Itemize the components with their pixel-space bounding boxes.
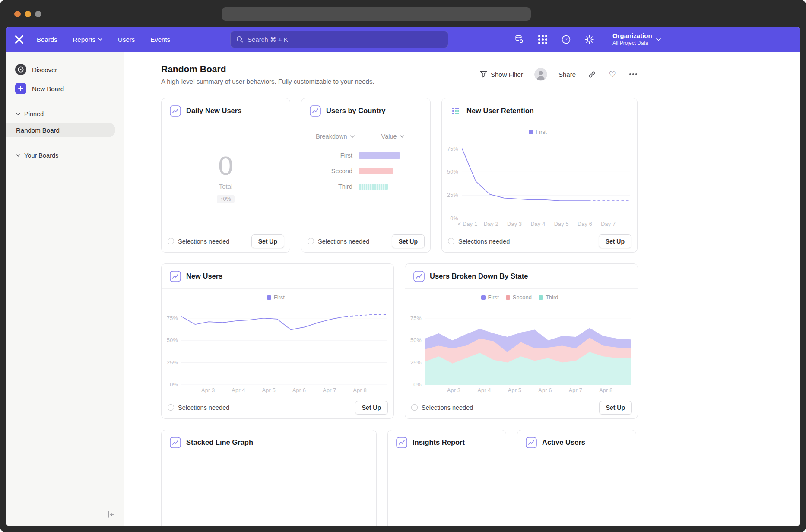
sidebar-item-discover[interactable]: Discover [6,62,124,77]
nav-item-users[interactable]: Users [118,36,135,43]
bar [359,184,388,190]
nav-item-events[interactable]: Events [150,36,170,43]
set-up-button[interactable]: Set Up [251,234,284,248]
favorite-heart-icon[interactable]: ♡ [608,70,617,79]
board-content: Random Board A high-level summary of use… [124,52,800,526]
org-name: Organization [612,32,652,40]
line-chart-icon [170,271,181,282]
macos-window: Boards Reports Users Events [0,0,806,532]
board-actions: Show Filter Share ♡ [480,68,638,81]
nav-label: Reports [73,36,96,43]
status-text: Selections needed [178,404,229,411]
copy-link-icon[interactable] [587,70,597,79]
axis-tick: Day 4 [530,221,545,227]
bar [359,168,393,174]
sidebar-section-your-boards[interactable]: Your Boards [6,150,124,161]
set-up-button[interactable]: Set Up [599,401,632,415]
legend-item: First [529,129,546,135]
chevron-down-icon [16,154,20,157]
set-up-button[interactable]: Set Up [355,401,388,415]
browser-address-bar[interactable] [222,7,531,21]
axis-tick: Day 7 [601,221,616,227]
country-bar-row: Second [301,168,430,174]
status-text: Selections needed [422,404,473,411]
retention-chart: First 75%50%25%0% < Day 1Day 2Day 3Day 4… [442,124,637,230]
axis-tick: 50% [410,337,422,343]
card-title: Insights Report [413,438,465,446]
sidebar-section-pinned[interactable]: Pinned [6,109,124,119]
set-up-button[interactable]: Set Up [599,234,631,248]
card-users-by-country: Users by Country Breakdown Value [301,98,431,253]
card-active-users: Active Users [517,430,636,526]
set-up-button[interactable]: Set Up [392,234,425,248]
share-button[interactable]: Share [558,71,576,78]
x-axis: Apr 3Apr 4Apr 5Apr 6Apr 7Apr 8 [181,385,387,393]
chart-legend: First [165,294,387,301]
axis-tick: 0% [413,382,422,388]
nav-item-boards[interactable]: Boards [37,36,57,43]
data-management-icon[interactable] [514,34,524,44]
minimize-button[interactable] [25,11,31,17]
retention-grid-icon [450,105,461,117]
state-area-chart: FirstSecondThird 75%50%25%0% Apr 3Apr 4A… [405,289,638,396]
axis-tick: Apr 8 [353,387,367,393]
nav-label: Events [150,36,170,43]
nav-item-reports[interactable]: Reports [73,36,103,43]
avatar[interactable] [534,68,547,81]
axis-tick: Day 6 [578,221,592,227]
sidebar-item-new-board[interactable]: New Board [6,81,124,96]
axis-tick: 25% [410,360,422,366]
search-input[interactable] [248,36,442,43]
card-stacked-line-graph: Stacked Line Graph [161,430,377,526]
breakdown-dropdown[interactable]: Breakdown [316,133,355,140]
sidebar-item-random-board[interactable]: Random Board [6,123,115,137]
discover-icon [15,64,26,75]
sidebar-item-label: Discover [32,66,57,73]
show-filter-label: Show Filter [491,71,523,78]
line-chart-icon [170,105,181,117]
more-options-icon[interactable] [628,70,638,79]
status-text: Selections needed [318,238,369,245]
axis-tick: 25% [447,192,458,198]
axis-tick: < Day 1 [458,221,478,227]
filter-funnel-icon [480,71,487,78]
chevron-down-icon [16,113,20,115]
axis-tick: 0% [450,215,458,222]
mixpanel-logo-icon[interactable] [14,34,25,45]
card-new-user-retention: New User Retention First 75%50%25%0% < D… [441,98,638,253]
apps-grid-icon[interactable] [537,34,548,44]
show-filter-button[interactable]: Show Filter [480,71,523,78]
axis-tick: Apr 4 [232,387,245,393]
y-axis: 75%50%25%0% [445,139,462,218]
axis-tick: 75% [167,315,178,321]
value-dropdown[interactable]: Value [381,133,404,140]
card-title: Users by Country [326,107,386,115]
axis-tick: 0% [170,382,178,388]
sidebar-collapse-button[interactable] [107,510,116,520]
org-switcher[interactable]: Organization All Project Data [612,32,661,47]
collapse-left-icon [107,510,116,519]
status-radio-icon [168,404,174,411]
card-title: New Users [186,272,222,280]
axis-tick: Apr 7 [569,387,582,393]
chart-plot [181,305,387,385]
board-subtitle: A high-level summary of user behaviors. … [161,78,374,85]
line-chart-icon [413,271,425,282]
nav-right-cluster: ? Organization All Project Data [514,27,661,52]
metric-delta-badge: ↑0% [217,195,234,203]
section-label: Pinned [24,111,44,117]
metric-value: 0 [218,150,233,181]
dropdown-label: Value [381,133,397,140]
gear-icon[interactable] [584,34,594,44]
axis-tick: Apr 6 [538,387,552,393]
card-title: New User Retention [466,107,534,115]
card-users-by-state: Users Broken Down By State FirstSecondTh… [405,263,638,419]
line-chart-icon [170,437,181,448]
zoom-button[interactable] [35,11,41,17]
cards-grid: Daily New Users 0 Total ↑0% Selections n… [161,98,638,526]
status-radio-icon [168,238,174,244]
search-bar[interactable] [230,31,448,48]
close-button[interactable] [14,11,21,17]
help-icon[interactable]: ? [561,34,571,44]
chart-legend: FirstSecondThird [409,294,631,301]
